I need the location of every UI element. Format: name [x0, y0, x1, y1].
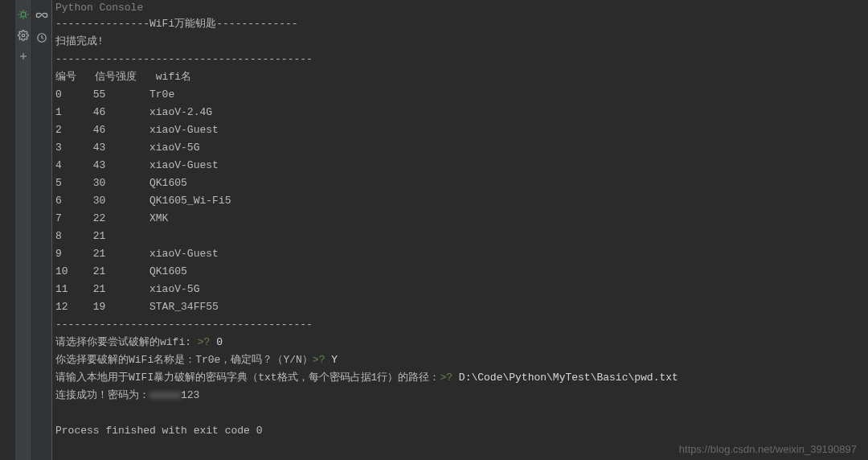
divider-line: ----------------------------------------…	[55, 316, 868, 334]
dict-answer: D:\Code\Python\MyTest\Basic\pwd.txt	[452, 372, 678, 384]
banner-line: ---------------WiFi万能钥匙-------------	[55, 15, 868, 33]
console-title: Python Console	[55, 2, 868, 15]
table-row: 6 30 QK1605_Wi-Fi5	[55, 192, 868, 210]
prompt-marker: >?	[198, 336, 211, 348]
infinity-icon[interactable]	[35, 8, 49, 23]
dict-prompt-line: 请输入本地用于WIFI暴力破解的密码字典（txt格式，每个密码占据1行）的路径：…	[55, 369, 868, 387]
exit-line: Process finished with exit code 0	[55, 422, 868, 440]
settings-icon[interactable]	[17, 29, 30, 42]
table-row: 4 43 xiaoV-Guest	[55, 157, 868, 175]
table-row: 10 21 QK1605	[55, 263, 868, 281]
table-row: 2 46 xiaoV-Guest	[55, 121, 868, 139]
table-row: 12 19 STAR_34FF55	[55, 298, 868, 316]
table-row: 11 21 xiaoV-5G	[55, 281, 868, 298]
select-prompt-line: 请选择你要尝试破解的wifi: >? 0	[55, 334, 868, 351]
svg-point-1	[22, 34, 25, 37]
table-row: 0 55 Tr0e	[55, 86, 868, 104]
wifi-list: 0 55 Tr0e1 46 xiaoV-2.4G2 46 xiaoV-Guest…	[55, 86, 868, 316]
table-row: 1 46 xiaoV-2.4G	[55, 104, 868, 121]
prompt-marker: >?	[440, 372, 452, 384]
left-structure-panel	[0, 0, 15, 460]
history-icon[interactable]	[35, 31, 49, 45]
console-actions-column	[32, 0, 52, 460]
scan-complete-line: 扫描完成!	[55, 33, 868, 51]
success-line: 连接成功！密码为：xxxxx123	[55, 387, 868, 405]
app-root: Python Console ---------------WiFi万能钥匙--…	[0, 0, 868, 460]
blank-line	[55, 405, 868, 422]
table-row: 3 43 xiaoV-5G	[55, 139, 868, 157]
password-blurred: xxxxx	[149, 387, 181, 405]
confirm-answer: Y	[325, 354, 338, 366]
table-row: 7 22 XMK	[55, 210, 868, 228]
watermark: https://blog.csdn.net/weixin_39190897	[679, 443, 857, 455]
debug-icon[interactable]	[17, 8, 30, 21]
python-console-output[interactable]: Python Console ---------------WiFi万能钥匙--…	[52, 0, 868, 460]
table-header: 编号 信号强度 wifi名	[55, 68, 868, 86]
svg-point-0	[21, 12, 26, 17]
table-row: 5 30 QK1605	[55, 175, 868, 192]
select-answer: 0	[210, 336, 223, 348]
add-icon[interactable]	[17, 50, 30, 63]
tool-window-stripe	[15, 0, 32, 460]
table-row: 9 21 xiaoV-Guest	[55, 245, 868, 263]
confirm-prompt-line: 你选择要破解的WiFi名称是：Tr0e，确定吗？（Y/N）>? Y	[55, 351, 868, 369]
divider-line: ----------------------------------------…	[55, 51, 868, 68]
table-row: 8 21	[55, 228, 868, 245]
prompt-marker: >?	[313, 354, 326, 366]
